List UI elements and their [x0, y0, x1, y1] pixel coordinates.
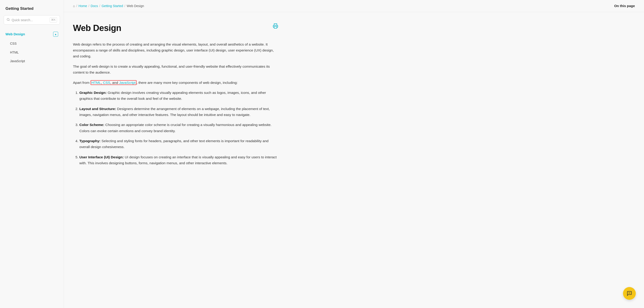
- list-item-5-title: User Interface (UI) Design:: [79, 155, 124, 159]
- sidebar: Getting Started Quick search... ⌘K Web D…: [0, 0, 64, 308]
- link-css[interactable]: CSS: [103, 81, 110, 84]
- search-shortcut: ⌘K: [50, 17, 57, 22]
- nav-sub-item-html[interactable]: HTML: [0, 48, 64, 57]
- list-item-1-body: Graphic design involves creating visuall…: [79, 91, 266, 100]
- search-bar[interactable]: Quick search... ⌘K: [4, 15, 60, 24]
- breadcrumb-sep-4: /: [124, 3, 126, 8]
- breadcrumb: ⌂ / Home / Docs / Getting Started / Web …: [73, 3, 144, 8]
- list-item-2-title: Layout and Structure:: [79, 107, 116, 111]
- topbar: ⌂ / Home / Docs / Getting Started / Web …: [64, 0, 644, 12]
- nav-section-web-design: Web Design ▲ CSS HTML JavaScript: [0, 29, 64, 65]
- home-icon[interactable]: ⌂: [73, 3, 75, 8]
- list-item-4-body: Selecting and styling fonts for headers,…: [79, 139, 268, 149]
- nav-sub-item-javascript[interactable]: JavaScript: [0, 57, 64, 65]
- paragraph-1: Web design refers to the process of crea…: [73, 41, 278, 59]
- svg-line-1: [9, 20, 10, 21]
- breadcrumb-sep-1: /: [76, 3, 77, 8]
- list-item-5: User Interface (UI) Design: UI design fo…: [79, 154, 278, 166]
- breadcrumb-getting-started[interactable]: Getting Started: [102, 3, 123, 8]
- svg-rect-2: [274, 26, 277, 28]
- list-item-4: Typography: Selecting and styling fonts …: [79, 138, 278, 150]
- print-icon[interactable]: [273, 23, 278, 31]
- nav-item-web-design-label: Web Design: [6, 31, 25, 37]
- intro-text: Apart from: [73, 81, 90, 84]
- breadcrumb-sep-2: /: [88, 3, 90, 8]
- list-item-1-title: Graphic Design:: [79, 91, 107, 94]
- page-title: Web Design: [73, 21, 121, 35]
- breadcrumb-home[interactable]: Home: [78, 3, 87, 8]
- nav-sub-item-css[interactable]: CSS: [0, 39, 64, 48]
- search-icon: [6, 17, 10, 22]
- components-list: Graphic Design: Graphic design involves …: [73, 90, 278, 166]
- link-html[interactable]: HTML: [92, 81, 101, 84]
- article: Web Design Web design refers to the proc…: [73, 21, 278, 294]
- link-javascript[interactable]: JavaScript: [119, 81, 136, 84]
- nav-item-web-design[interactable]: Web Design ▲: [0, 29, 64, 39]
- svg-point-0: [7, 18, 9, 20]
- search-placeholder: Quick search...: [12, 17, 48, 22]
- page-title-row: Web Design: [73, 21, 278, 35]
- sidebar-title: Getting Started: [0, 5, 64, 15]
- paragraph-2: The goal of web design is to create a vi…: [73, 63, 278, 76]
- content-area: Web Design Web design refers to the proc…: [64, 12, 383, 308]
- breadcrumb-current: Web Design: [126, 3, 144, 8]
- list-item-4-title: Typography:: [79, 139, 100, 143]
- list-item-3-title: Color Scheme:: [79, 123, 104, 127]
- list-item-3-body: Choosing an appropriate color scheme is …: [79, 123, 272, 133]
- chevron-up-icon: ▲: [53, 32, 58, 37]
- on-this-page-label: On this page: [614, 3, 635, 9]
- breadcrumb-docs[interactable]: Docs: [91, 3, 98, 8]
- chat-fab-button[interactable]: [623, 287, 636, 300]
- after-links: , there are many more key components of …: [136, 81, 238, 84]
- main-content: ⌂ / Home / Docs / Getting Started / Web …: [64, 0, 644, 308]
- highlighted-links: HTML, CSS, and JavaScript: [90, 80, 136, 85]
- page-layout: Getting Started Quick search... ⌘K Web D…: [0, 0, 644, 308]
- list-item-2: Layout and Structure: Designers determin…: [79, 106, 278, 118]
- breadcrumb-sep-3: /: [100, 3, 100, 8]
- list-item-1: Graphic Design: Graphic design involves …: [79, 90, 278, 102]
- links-paragraph: Apart from HTML, CSS, and JavaScript, th…: [73, 80, 278, 86]
- list-item-3: Color Scheme: Choosing an appropriate co…: [79, 122, 278, 134]
